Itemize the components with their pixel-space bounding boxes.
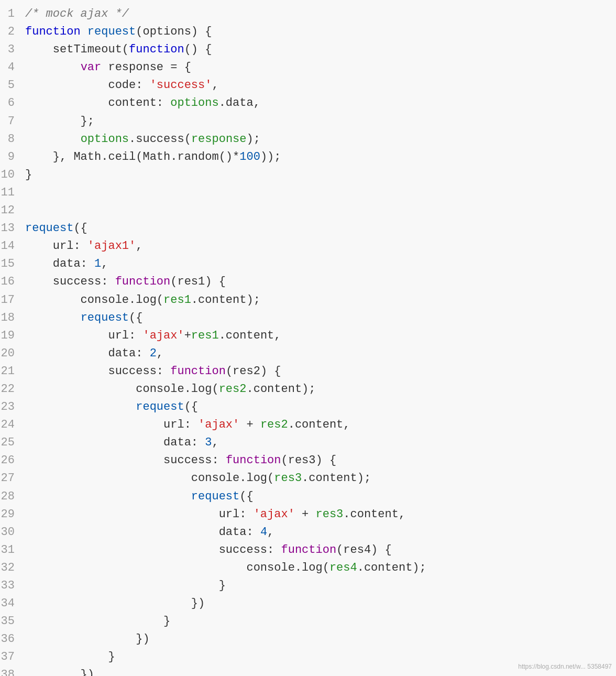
line-number: 14 xyxy=(0,237,25,255)
code-line: 36 }) xyxy=(0,630,616,648)
code-line: 34 }) xyxy=(0,595,616,613)
code-line: 27 console.log(res3.content); xyxy=(0,470,616,487)
line-content: success: function(res1) { xyxy=(25,273,608,291)
code-line: 26 success: function(res3) { xyxy=(0,452,616,470)
line-content: data: 2, xyxy=(25,345,608,363)
line-number: 13 xyxy=(0,220,25,237)
line-content: } xyxy=(25,613,608,630)
watermark: https://blog.csdn.net/w... 5358497 xyxy=(518,662,612,672)
line-number: 7 xyxy=(0,113,25,130)
line-content: }) xyxy=(25,630,608,648)
line-number: 19 xyxy=(0,327,25,345)
code-line: 35 } xyxy=(0,613,616,630)
line-number: 9 xyxy=(0,148,25,166)
line-number: 27 xyxy=(0,470,25,487)
line-content: data: 3, xyxy=(25,434,608,452)
code-line: 13request({ xyxy=(0,220,616,237)
line-content: code: 'success', xyxy=(25,77,608,94)
line-number: 17 xyxy=(0,291,25,309)
line-number: 31 xyxy=(0,541,25,559)
line-content: request({ xyxy=(25,220,608,237)
code-line: 10} xyxy=(0,166,616,184)
line-number: 12 xyxy=(0,202,25,220)
line-content: data: 1, xyxy=(25,255,608,273)
line-content: request({ xyxy=(25,309,608,327)
line-number: 15 xyxy=(0,255,25,273)
code-line: 30 data: 4, xyxy=(0,524,616,541)
line-content: options.success(response); xyxy=(25,130,608,148)
line-number: 35 xyxy=(0,613,25,630)
line-number: 16 xyxy=(0,273,25,291)
line-number: 23 xyxy=(0,398,25,416)
code-line: 28 request({ xyxy=(0,488,616,506)
code-line: 4 var response = { xyxy=(0,59,616,77)
line-content: url: 'ajax1', xyxy=(25,237,608,255)
code-line: 22 console.log(res2.content); xyxy=(0,380,616,398)
line-number: 8 xyxy=(0,130,25,148)
line-content: data: 4, xyxy=(25,524,608,541)
line-number: 37 xyxy=(0,648,25,666)
line-content: success: function(res4) { xyxy=(25,541,608,559)
line-number: 28 xyxy=(0,488,25,506)
code-line: 25 data: 3, xyxy=(0,434,616,452)
code-line: 32 console.log(res4.content); xyxy=(0,559,616,577)
line-content: function request(options) { xyxy=(25,23,608,41)
code-line: 11 xyxy=(0,184,616,202)
code-line: 3 setTimeout(function() { xyxy=(0,41,616,59)
line-content: success: function(res3) { xyxy=(25,452,608,470)
code-line: 6 content: options.data, xyxy=(0,94,616,112)
line-number: 1 xyxy=(0,5,25,23)
line-content: } xyxy=(25,577,608,595)
line-content: console.log(res2.content); xyxy=(25,380,608,398)
line-content: url: 'ajax'+res1.content, xyxy=(25,327,608,345)
line-content: /* mock ajax */ xyxy=(25,5,608,23)
line-content: url: 'ajax' + res3.content, xyxy=(25,506,608,524)
code-line: 21 success: function(res2) { xyxy=(0,363,616,380)
code-line: 14 url: 'ajax1', xyxy=(0,237,616,255)
line-content: request({ xyxy=(25,488,608,506)
line-content: url: 'ajax' + res2.content, xyxy=(25,416,608,434)
code-line: 16 success: function(res1) { xyxy=(0,273,616,291)
code-line: 2function request(options) { xyxy=(0,23,616,41)
line-number: 3 xyxy=(0,41,25,59)
line-content: console.log(res4.content); xyxy=(25,559,608,577)
code-line: 18 request({ xyxy=(0,309,616,327)
code-line: 24 url: 'ajax' + res2.content, xyxy=(0,416,616,434)
code-line: 19 url: 'ajax'+res1.content, xyxy=(0,327,616,345)
line-content: success: function(res2) { xyxy=(25,363,608,380)
line-number: 34 xyxy=(0,595,25,613)
line-number: 10 xyxy=(0,166,25,184)
code-line: 8 options.success(response); xyxy=(0,130,616,148)
line-content: }; xyxy=(25,113,608,130)
line-number: 2 xyxy=(0,23,25,41)
line-content xyxy=(25,202,608,220)
line-number: 38 xyxy=(0,666,25,676)
line-number: 29 xyxy=(0,506,25,524)
line-number: 25 xyxy=(0,434,25,452)
code-line: 5 code: 'success', xyxy=(0,77,616,94)
line-number: 20 xyxy=(0,345,25,363)
line-number: 30 xyxy=(0,524,25,541)
line-content: var response = { xyxy=(25,59,608,77)
line-number: 21 xyxy=(0,363,25,380)
line-number: 5 xyxy=(0,77,25,94)
code-line: 31 success: function(res4) { xyxy=(0,541,616,559)
line-content: content: options.data, xyxy=(25,94,608,112)
line-number: 18 xyxy=(0,309,25,327)
line-number: 36 xyxy=(0,630,25,648)
code-line: 9 }, Math.ceil(Math.random()*100)); xyxy=(0,148,616,166)
line-number: 32 xyxy=(0,559,25,577)
line-content: console.log(res3.content); xyxy=(25,470,608,487)
line-number: 33 xyxy=(0,577,25,595)
code-line: 20 data: 2, xyxy=(0,345,616,363)
code-line: 17 console.log(res1.content); xyxy=(0,291,616,309)
code-line: 7 }; xyxy=(0,113,616,130)
line-content xyxy=(25,184,608,202)
line-content: } xyxy=(25,166,608,184)
line-content: console.log(res1.content); xyxy=(25,291,608,309)
line-number: 22 xyxy=(0,380,25,398)
code-editor: 1/* mock ajax */2function request(option… xyxy=(0,0,616,676)
code-line: 29 url: 'ajax' + res3.content, xyxy=(0,506,616,524)
code-line: 15 data: 1, xyxy=(0,255,616,273)
line-number: 24 xyxy=(0,416,25,434)
